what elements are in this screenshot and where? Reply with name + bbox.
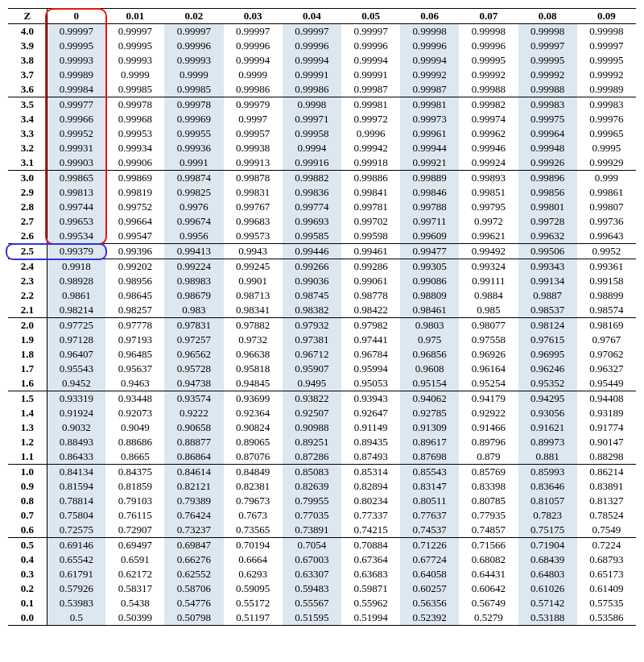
data-cell: 0.58317: [105, 581, 164, 596]
data-cell: 0.99986: [224, 82, 283, 97]
data-cell: 0.9032: [47, 420, 105, 435]
table-row: 1.10.864330.86650.868640.870760.872860.8…: [8, 449, 636, 465]
data-cell: 0.58706: [164, 581, 223, 596]
data-cell: 0.99964: [518, 126, 577, 141]
data-cell: 0.50798: [164, 610, 223, 626]
data-cell: 0.97982: [341, 318, 400, 333]
data-cell: 0.99961: [400, 126, 459, 141]
data-cell: 0.87698: [400, 449, 459, 465]
data-cell: 0.99831: [224, 185, 283, 200]
table-row: 1.20.884930.886860.888770.890650.892510.…: [8, 435, 636, 449]
data-cell: 0.99869: [105, 171, 164, 186]
data-cell: 0.99958: [283, 126, 341, 141]
row-label: 0.9: [8, 479, 47, 494]
data-cell: 0.99997: [105, 24, 164, 39]
data-cell: 0.90147: [577, 435, 636, 449]
data-cell: 0.96407: [47, 347, 105, 362]
data-cell: 0.72575: [47, 523, 105, 538]
data-cell: 0.79673: [224, 494, 283, 508]
data-cell: 0.99948: [518, 141, 577, 155]
data-cell: 0.99988: [518, 82, 577, 97]
data-cell: 0.51197: [224, 610, 283, 626]
table-row: 2.00.977250.977780.978310.978820.979320.…: [8, 318, 636, 333]
data-cell: 0.99997: [518, 39, 577, 53]
data-cell: 0.57535: [577, 596, 636, 610]
table-row: 0.10.539830.54380.547760.551720.555670.5…: [8, 596, 636, 610]
data-cell: 0.99994: [400, 53, 459, 68]
row-label: 1.4: [8, 406, 47, 420]
data-cell: 0.9884: [459, 288, 518, 303]
data-cell: 0.81594: [47, 479, 105, 494]
data-cell: 0.69146: [47, 538, 105, 553]
row-label: 3.4: [8, 112, 47, 126]
data-cell: 0.99674: [164, 214, 223, 229]
data-cell: 0.99997: [164, 24, 223, 39]
data-cell: 0.97381: [283, 333, 341, 347]
row-label: 2.4: [8, 259, 47, 275]
row-label: 0.5: [8, 538, 47, 553]
data-cell: 0.98745: [283, 288, 341, 303]
data-cell: 0.9452: [47, 376, 105, 391]
data-cell: 0.99996: [283, 39, 341, 53]
data-cell: 0.99728: [518, 214, 577, 229]
data-cell: 0.99752: [105, 200, 164, 214]
data-cell: 0.9999: [105, 68, 164, 82]
data-cell: 0.98124: [518, 318, 577, 333]
data-cell: 0.99918: [341, 155, 400, 171]
data-cell: 0.99379: [47, 244, 105, 259]
data-cell: 0.99413: [164, 244, 223, 259]
table-row: 0.60.725750.729070.732370.735650.738910.…: [8, 523, 636, 538]
row-label: 0.6: [8, 523, 47, 538]
data-cell: 0.76115: [105, 508, 164, 523]
row-label: 1.9: [8, 333, 47, 347]
data-cell: 0.77035: [283, 508, 341, 523]
table-row: 1.40.919240.920730.92220.923640.925070.9…: [8, 406, 636, 420]
data-cell: 0.74857: [459, 523, 518, 538]
data-cell: 0.99996: [164, 39, 223, 53]
data-cell: 0.89796: [459, 435, 518, 449]
data-cell: 0.85083: [283, 465, 341, 480]
table-row: 2.20.98610.986450.986790.987130.987450.9…: [8, 288, 636, 303]
data-cell: 0.70884: [341, 538, 400, 553]
data-cell: 0.99903: [47, 155, 105, 171]
data-cell: 0.99978: [164, 97, 223, 113]
data-cell: 0.96995: [518, 347, 577, 362]
data-cell: 0.99976: [577, 112, 636, 126]
data-cell: 0.86433: [47, 449, 105, 465]
data-cell: 0.99893: [459, 171, 518, 186]
data-cell: 0.6293: [224, 567, 283, 581]
data-cell: 0.88877: [164, 435, 223, 449]
data-cell: 0.7823: [518, 508, 577, 523]
data-cell: 0.79955: [283, 494, 341, 508]
data-cell: 0.93056: [518, 406, 577, 420]
data-cell: 0.99985: [105, 82, 164, 97]
data-cell: 0.69847: [164, 538, 223, 553]
data-cell: 0.65542: [47, 552, 105, 567]
row-label: 2.6: [8, 229, 47, 244]
row-label: 1.5: [8, 391, 47, 407]
row-label: 1.1: [8, 449, 47, 465]
col-header: 0.07: [459, 9, 518, 24]
data-cell: 0.61409: [577, 581, 636, 596]
data-cell: 0.985: [459, 303, 518, 318]
data-cell: 0.78524: [577, 508, 636, 523]
data-cell: 0.84375: [105, 465, 164, 480]
table-row: 1.90.971280.971930.972570.97320.973810.9…: [8, 333, 636, 347]
table-row: 3.50.999770.999780.999780.999790.99980.9…: [8, 97, 636, 113]
data-cell: 0.97615: [518, 333, 577, 347]
data-cell: 0.5: [47, 610, 105, 626]
data-cell: 0.68793: [577, 552, 636, 567]
data-cell: 0.53188: [518, 610, 577, 626]
data-cell: 0.6591: [105, 552, 164, 567]
data-cell: 0.60642: [459, 581, 518, 596]
data-cell: 0.82381: [224, 479, 283, 494]
col-header: 0.09: [577, 9, 636, 24]
data-cell: 0.99955: [164, 126, 223, 141]
data-cell: 0.68082: [459, 552, 518, 567]
data-cell: 0.99632: [518, 229, 577, 244]
table-row: 4.00.999970.999970.999970.999970.999970.…: [8, 24, 636, 39]
data-cell: 0.98809: [400, 288, 459, 303]
table-row: 3.80.999930.999930.999930.999940.999940.…: [8, 53, 636, 68]
data-cell: 0.55962: [341, 596, 400, 610]
row-label: 3.7: [8, 68, 47, 82]
